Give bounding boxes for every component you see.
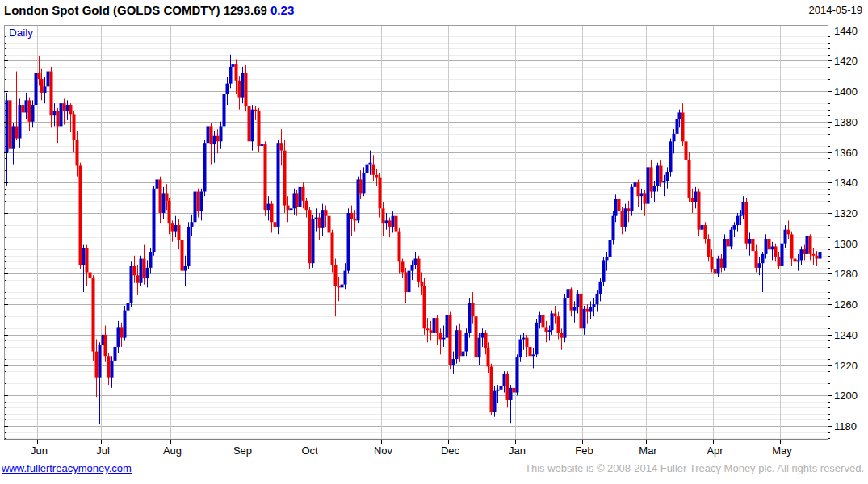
svg-text:1420: 1420 bbox=[834, 55, 858, 67]
last-price: 1293.69 bbox=[224, 3, 267, 17]
svg-text:1260: 1260 bbox=[834, 298, 858, 311]
svg-text:Dec: Dec bbox=[441, 444, 460, 457]
svg-text:Nov: Nov bbox=[374, 444, 393, 457]
instrument-name: London Spot Gold (GOLDS COMDTY) bbox=[4, 3, 220, 17]
svg-text:Oct: Oct bbox=[301, 444, 318, 457]
svg-text:1280: 1280 bbox=[834, 268, 858, 280]
svg-text:Jun: Jun bbox=[31, 444, 48, 457]
svg-text:Daily: Daily bbox=[9, 27, 33, 39]
footer: www.fullertreacymoney.com This website i… bbox=[0, 461, 868, 478]
svg-text:May: May bbox=[772, 444, 792, 457]
svg-text:1180: 1180 bbox=[834, 420, 857, 432]
svg-text:Aug: Aug bbox=[163, 444, 182, 457]
site-link[interactable]: www.fullertreacymoney.com bbox=[2, 462, 132, 474]
svg-text:1300: 1300 bbox=[834, 238, 858, 250]
chart-date: 2014-05-19 bbox=[809, 4, 863, 16]
svg-text:1240: 1240 bbox=[834, 329, 858, 341]
svg-text:1200: 1200 bbox=[834, 390, 858, 402]
svg-text:Jan: Jan bbox=[509, 444, 526, 457]
svg-text:1380: 1380 bbox=[834, 116, 858, 128]
svg-text:1340: 1340 bbox=[834, 177, 858, 189]
candlestick-chart: 1180120012201240126012801300132013401360… bbox=[0, 25, 868, 457]
svg-text:1220: 1220 bbox=[834, 360, 858, 372]
svg-text:1400: 1400 bbox=[834, 86, 858, 98]
chart-canvas: 1180120012201240126012801300132013401360… bbox=[0, 25, 868, 457]
app-window: London Spot Gold (GOLDS COMDTY) 1293.69 … bbox=[0, 0, 868, 484]
price-change: 0.23 bbox=[270, 3, 294, 17]
svg-text:1360: 1360 bbox=[834, 147, 858, 159]
svg-text:1440: 1440 bbox=[834, 25, 858, 37]
chart-title: London Spot Gold (GOLDS COMDTY) 1293.69 … bbox=[4, 3, 294, 17]
svg-text:Jul: Jul bbox=[96, 444, 110, 457]
copyright-text: This website is © 2008-2014 Fuller Treac… bbox=[525, 462, 864, 474]
svg-text:Apr: Apr bbox=[707, 444, 723, 457]
svg-text:Sep: Sep bbox=[233, 444, 252, 457]
svg-text:Mar: Mar bbox=[639, 444, 657, 457]
svg-text:Feb: Feb bbox=[575, 444, 593, 457]
svg-text:1320: 1320 bbox=[834, 207, 858, 219]
